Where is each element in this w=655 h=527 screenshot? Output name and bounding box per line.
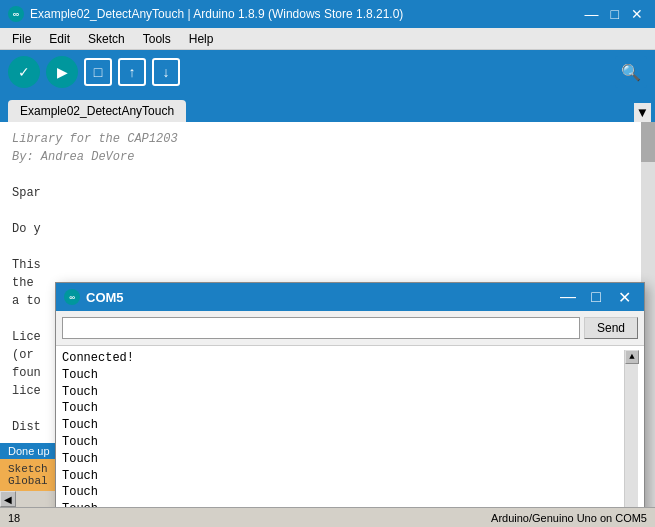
- serial-input[interactable]: [62, 317, 580, 339]
- serial-line-6: Touch: [62, 451, 624, 468]
- sketch-text: Sketch: [8, 463, 48, 475]
- window-title: Example02_DetectAnyTouch | Arduino 1.8.9…: [30, 7, 403, 21]
- modal-title-left: ∞ COM5: [64, 289, 124, 305]
- main-window: ∞ Example02_DetectAnyTouch | Arduino 1.8…: [0, 0, 655, 527]
- search-button[interactable]: 🔍: [615, 56, 647, 88]
- editor-line-6: Do y: [12, 220, 643, 238]
- serial-line-connected: Connected!: [62, 350, 624, 367]
- editor-tab[interactable]: Example02_DetectAnyTouch: [8, 100, 186, 122]
- modal-minimize-button[interactable]: —: [556, 285, 580, 309]
- upload-button[interactable]: ▶: [46, 56, 78, 88]
- bottom-status-bar: 18 Arduino/Genuino Uno on COM5: [0, 507, 655, 527]
- serial-line-7: Touch: [62, 468, 624, 485]
- serial-scrollbar[interactable]: ▲ ▼: [624, 350, 638, 507]
- modal-controls: — □ ✕: [556, 285, 636, 309]
- serial-line-1: Touch: [62, 367, 624, 384]
- save-button[interactable]: ↓: [152, 58, 180, 86]
- editor-area: Library for the CAP1203 By: Andrea DeVor…: [0, 122, 655, 507]
- serial-line-9: Touch: [62, 501, 624, 507]
- tab-label: Example02_DetectAnyTouch: [20, 104, 174, 118]
- tab-bar: Example02_DetectAnyTouch ▼: [0, 94, 655, 122]
- menu-help[interactable]: Help: [181, 30, 222, 48]
- title-bar-left: ∞ Example02_DetectAnyTouch | Arduino 1.8…: [8, 6, 403, 22]
- modal-title-text: COM5: [86, 290, 124, 305]
- menu-bar: File Edit Sketch Tools Help: [0, 28, 655, 50]
- title-bar: ∞ Example02_DetectAnyTouch | Arduino 1.8…: [0, 0, 655, 28]
- verify-button[interactable]: ✓: [8, 56, 40, 88]
- editor-line-3: [12, 166, 643, 184]
- editor-line-5: [12, 202, 643, 220]
- serial-line-5: Touch: [62, 434, 624, 451]
- global-text: Global: [8, 475, 48, 487]
- close-button[interactable]: ✕: [627, 6, 647, 22]
- modal-arduino-logo: ∞: [64, 289, 80, 305]
- serial-lines: Connected! Touch Touch Touch Touch Touch…: [62, 350, 624, 507]
- h-scroll-left-button[interactable]: ◀: [0, 491, 16, 507]
- menu-sketch[interactable]: Sketch: [80, 30, 133, 48]
- serial-line-8: Touch: [62, 484, 624, 501]
- modal-maximize-button[interactable]: □: [584, 285, 608, 309]
- menu-tools[interactable]: Tools: [135, 30, 179, 48]
- send-button[interactable]: Send: [584, 317, 638, 339]
- editor-line-8: This: [12, 256, 643, 274]
- minimize-button[interactable]: —: [581, 6, 603, 22]
- arduino-logo: ∞: [8, 6, 24, 22]
- serial-line-2: Touch: [62, 384, 624, 401]
- editor-line-1: Library for the CAP1203: [12, 130, 643, 148]
- editor-line-2: By: Andrea DeVore: [12, 148, 643, 166]
- com5-modal: ∞ COM5 — □ ✕ Send C: [55, 282, 645, 507]
- editor-line-7: [12, 238, 643, 256]
- menu-edit[interactable]: Edit: [41, 30, 78, 48]
- title-bar-controls: — □ ✕: [581, 6, 647, 22]
- editor-line-4: Spar: [12, 184, 643, 202]
- serial-line-3: Touch: [62, 400, 624, 417]
- serial-output[interactable]: Connected! Touch Touch Touch Touch Touch…: [56, 346, 644, 507]
- toolbar: ✓ ▶ □ ↑ ↓ 🔍: [0, 50, 655, 94]
- menu-file[interactable]: File: [4, 30, 39, 48]
- done-text: Done up: [8, 445, 50, 457]
- serial-line-4: Touch: [62, 417, 624, 434]
- open-button[interactable]: ↑: [118, 58, 146, 86]
- maximize-button[interactable]: □: [607, 6, 623, 22]
- modal-title-bar: ∞ COM5 — □ ✕: [56, 283, 644, 311]
- editor-scroll-thumb[interactable]: [641, 122, 655, 162]
- modal-input-row: Send: [56, 311, 644, 346]
- new-button[interactable]: □: [84, 58, 112, 86]
- serial-scroll-up-button[interactable]: ▲: [625, 350, 639, 364]
- bottom-board: Arduino/Genuino Uno on COM5: [491, 512, 647, 524]
- modal-close-button[interactable]: ✕: [612, 285, 636, 309]
- tab-dropdown-button[interactable]: ▼: [634, 103, 651, 122]
- bottom-info: 18: [8, 512, 20, 524]
